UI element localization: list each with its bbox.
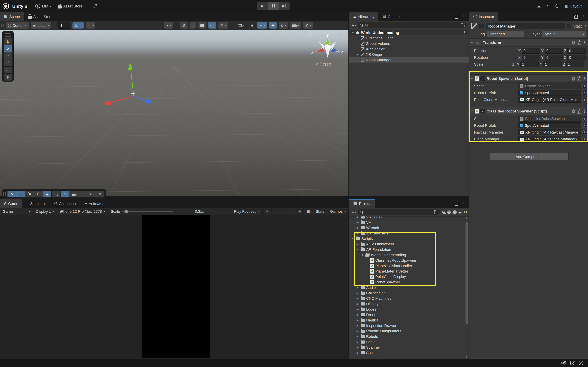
point-cloud-manager-field[interactable]: XR Origin (AR Point Cloud Mar bbox=[518, 97, 581, 103]
camera-view-dropdown[interactable]: ◔▾ bbox=[164, 22, 173, 29]
layers-dropdown[interactable]: ⧉▾ bbox=[279, 22, 288, 29]
search-overlay-button[interactable] bbox=[52, 191, 60, 197]
object-picker-icon[interactable]: ◉ bbox=[582, 130, 587, 134]
tree-row[interactable]: ▶Drone bbox=[349, 312, 465, 317]
shading-shaded-button[interactable]: ◑ bbox=[190, 22, 196, 29]
tab-asset-store[interactable]: Asset Store bbox=[24, 12, 57, 21]
gizmo-lock-icon[interactable] bbox=[338, 34, 342, 37]
lock-icon[interactable] bbox=[455, 16, 458, 19]
object-picker-icon[interactable]: ◉ bbox=[582, 137, 587, 141]
unimported-assets-icon[interactable]: ! bbox=[453, 210, 457, 214]
compass-overlay-button[interactable]: ⊚ bbox=[96, 191, 104, 197]
position-x-field[interactable]: 0 bbox=[522, 48, 540, 53]
scene-menu-icon[interactable]: ⋮ bbox=[462, 30, 467, 35]
debugger-disabled-icon[interactable]: ❉ bbox=[561, 361, 566, 365]
account-menu[interactable]: MM ▾ bbox=[35, 4, 51, 8]
tab-animator[interactable]: ⤳ Animator bbox=[80, 199, 108, 208]
grid-snapping-toggle[interactable]: ▦ bbox=[73, 22, 80, 29]
enabled-checkbox[interactable] bbox=[480, 76, 485, 81]
tree-row[interactable]: ▶VR bbox=[349, 219, 465, 225]
presets-icon[interactable] bbox=[577, 77, 581, 81]
gizmos-dropdown[interactable]: Gizmos▾ bbox=[327, 208, 348, 215]
scale-z-field[interactable]: 1 bbox=[566, 61, 584, 67]
tree-row[interactable]: ▶Doors bbox=[349, 307, 465, 312]
gizmos-dropdown[interactable]: ⊛▾ bbox=[303, 22, 313, 29]
foldout-icon[interactable]: ▼ bbox=[471, 77, 473, 80]
object-picker-icon[interactable]: ◉ bbox=[582, 91, 587, 95]
tree-row[interactable]: ▶Inspection Drawer bbox=[349, 323, 465, 328]
foldout-icon[interactable]: ▼ bbox=[351, 31, 355, 34]
step-button[interactable]: ▶ bbox=[279, 2, 290, 10]
move-overlay-button[interactable]: ✥ bbox=[8, 191, 16, 197]
lock-icon[interactable] bbox=[455, 203, 458, 206]
object-picker-icon[interactable]: ◉ bbox=[582, 97, 587, 102]
snap-increment-dropdown[interactable]: ▾ bbox=[92, 22, 95, 29]
shading-wireframe-button[interactable]: ⊕ bbox=[180, 22, 187, 29]
robot-prefab-field[interactable]: Spot Animated bbox=[518, 90, 581, 96]
panel-menu-icon[interactable]: ⋮ bbox=[462, 201, 466, 206]
tree-row[interactable]: ▼AR Foundation bbox=[349, 247, 465, 252]
scene-viewport[interactable]: y x z < Persp ✋ ✥ ⟳ ⤢ ▭ ⊕ bbox=[0, 30, 348, 196]
rotation-x-field[interactable]: 0 bbox=[522, 55, 540, 60]
tree-row[interactable]: ▶Robotic Manipulators bbox=[349, 328, 465, 334]
raycast-manager-field[interactable]: XR Origin (AR Raycast Manage bbox=[518, 129, 581, 135]
tab-project[interactable]: Project bbox=[349, 199, 375, 208]
tab-hierarchy[interactable]: ☰ Hierarchy bbox=[349, 12, 378, 21]
lighting-toggle[interactable]: ⬤ bbox=[198, 22, 206, 29]
plane-manager-field[interactable]: XR Origin (AR Plane Manager) bbox=[518, 136, 581, 142]
link-scale-icon[interactable]: ⧉̸ bbox=[511, 62, 517, 67]
scale-slider[interactable] bbox=[122, 211, 173, 212]
tree-row[interactable]: ▶Scanner bbox=[349, 345, 465, 350]
object-picker-icon[interactable]: ◉ bbox=[582, 116, 587, 121]
scene-toolbar-menu[interactable]: ⋮ bbox=[316, 23, 320, 28]
transform-header[interactable]: ▼ Transform ? ⋮ bbox=[469, 38, 588, 47]
tree-row[interactable]: ▶Caliper Set bbox=[349, 290, 465, 296]
tree-row[interactable]: #PlaneCollisionHandler bbox=[349, 263, 465, 268]
tree-row[interactable]: #ClassifiedRobotSpawner bbox=[349, 258, 465, 263]
game-view-dropdown[interactable]: Game▾ bbox=[0, 208, 33, 215]
hierarchy-search-input[interactable]: All bbox=[358, 22, 467, 28]
classified-robot-spawner-header[interactable]: ▼ # ✓ Classified Robot Spawner (Script) … bbox=[469, 107, 588, 115]
scale-tool[interactable]: ⤢ bbox=[4, 59, 12, 66]
projection-label[interactable]: < Persp bbox=[316, 61, 331, 67]
tree-row[interactable]: ▶Wrench bbox=[349, 225, 465, 230]
rotation-y-field[interactable]: 0 bbox=[545, 55, 563, 60]
enabled-checkbox[interactable]: ✓ bbox=[480, 109, 485, 113]
snap-increment-toggle[interactable]: ⌗ bbox=[86, 22, 92, 29]
mute-audio-button[interactable] bbox=[294, 208, 303, 215]
cloud-services-icon[interactable]: ☁ bbox=[537, 4, 541, 8]
static-checkbox[interactable] bbox=[567, 24, 571, 28]
vsync-button[interactable]: ▦ bbox=[303, 208, 313, 215]
rotation-z-field[interactable]: 0 bbox=[567, 55, 586, 60]
tree-row[interactable]: #PointCloudDisplay bbox=[349, 274, 465, 279]
tab-console[interactable]: ▤ Console bbox=[378, 12, 406, 21]
tree-row[interactable]: ▶V8 Engine bbox=[349, 217, 465, 219]
tab-inspector[interactable]: ⓘ Inspector bbox=[469, 12, 498, 21]
tree-row[interactable]: ▼Scripts bbox=[349, 236, 465, 241]
probes-overlay-button[interactable]: ◈ bbox=[43, 191, 51, 197]
2d-toggle[interactable]: ⧸2D bbox=[236, 22, 246, 29]
object-picker-icon[interactable]: ◉ bbox=[582, 84, 587, 88]
pause-button[interactable] bbox=[268, 2, 279, 10]
add-component-button[interactable]: Add Component bbox=[490, 153, 569, 160]
foldout-icon[interactable]: ▶ bbox=[356, 53, 359, 56]
search-by-type-icon[interactable] bbox=[442, 210, 446, 214]
component-menu-icon[interactable]: ⋮ bbox=[583, 109, 587, 114]
layer-dropdown[interactable]: Default▾ bbox=[542, 31, 586, 37]
sliders-overlay-button[interactable]: ⚌ bbox=[16, 191, 25, 197]
tree-row[interactable]: ▶ XR Origin bbox=[349, 52, 468, 57]
rect-tool[interactable]: ▭ bbox=[4, 67, 12, 73]
play-mode-dropdown[interactable]: Play Focused▾ bbox=[231, 208, 263, 215]
transform-tool[interactable]: ⊕ bbox=[4, 74, 12, 81]
undo-history-icon[interactable]: ⟲ bbox=[546, 4, 549, 8]
grid-visibility-button[interactable]: ⧸▦ bbox=[25, 191, 34, 197]
scale-y-field[interactable]: 1 bbox=[543, 61, 562, 67]
foldout-icon[interactable]: ▼ bbox=[471, 41, 473, 44]
project-search-input[interactable] bbox=[358, 209, 440, 215]
help-icon[interactable]: ? bbox=[572, 41, 575, 44]
grid-snapping-dropdown[interactable]: ▾ bbox=[80, 22, 84, 29]
tag-dropdown[interactable]: Untagged▾ bbox=[487, 31, 524, 37]
name-field[interactable]: Robot Manager bbox=[486, 23, 565, 29]
camera-overlay-button[interactable] bbox=[69, 191, 78, 197]
robot-prefab-field[interactable]: Spot Animated bbox=[518, 122, 581, 128]
